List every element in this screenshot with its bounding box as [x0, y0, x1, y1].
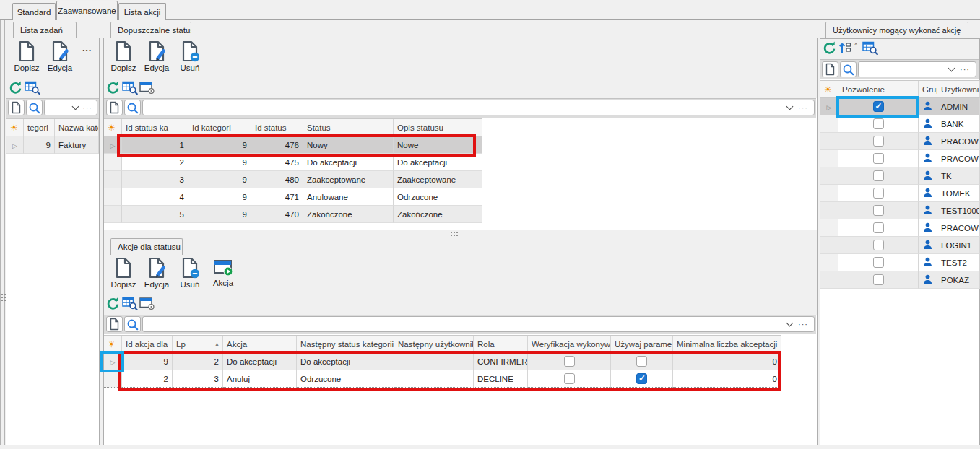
cell[interactable]: Anuluj	[223, 370, 297, 388]
cell[interactable]: Zaakceptowane	[303, 171, 394, 188]
cell[interactable]: 470	[251, 206, 303, 223]
row-indicator[interactable]	[820, 185, 838, 202]
table-row[interactable]: BANK	[820, 115, 980, 133]
filter-combobox[interactable]: ···	[142, 100, 815, 115]
cell[interactable]: 3	[122, 171, 188, 188]
combo-ellipsis-button[interactable]: ···	[960, 65, 970, 74]
row-indicator[interactable]	[104, 206, 122, 223]
checkbox[interactable]	[873, 257, 884, 268]
dopisz-button[interactable]: Dopisz	[107, 40, 140, 79]
cell-pozwolenie[interactable]	[838, 202, 919, 219]
cell[interactable]	[394, 370, 474, 388]
cell[interactable]: 9	[188, 136, 251, 154]
dopisz-button[interactable]: Dopisz	[107, 257, 140, 296]
tab-dopuszczalne-statusy[interactable]: Dopuszczalne statusy	[110, 22, 191, 38]
cell-grupa[interactable]	[919, 254, 937, 271]
filter-combobox[interactable]: ···	[44, 100, 97, 115]
chevron-down-icon[interactable]	[786, 103, 794, 110]
tab-lista-zadan[interactable]: Lista zadań	[13, 22, 77, 38]
sort-button[interactable]	[838, 41, 851, 54]
cell-nazwa-kategorii[interactable]: Faktury	[55, 136, 99, 154]
cell[interactable]: 2	[173, 353, 223, 370]
cell-pozwolenie[interactable]	[838, 219, 919, 237]
table-row[interactable]: 2 3 Anuluj Odrzucone DECLINE 0	[104, 370, 781, 388]
cell-grupa[interactable]	[919, 237, 937, 254]
table-row[interactable]: 2 9 475 Do akceptacji Do akceptacji	[104, 154, 482, 171]
column-header-nazwa[interactable]: Nazwa kateg	[55, 119, 99, 136]
cell-grupa[interactable]	[919, 167, 937, 185]
cell[interactable]: 0	[673, 353, 781, 370]
column-header[interactable]: Użytkownik	[937, 81, 980, 98]
cell-grupa[interactable]	[919, 185, 937, 202]
checkbox[interactable]	[873, 170, 884, 181]
checkbox[interactable]	[873, 136, 884, 147]
cell-pozwolenie[interactable]	[838, 115, 919, 133]
cell-uzytkownik[interactable]: POKAZ	[937, 271, 980, 289]
cell[interactable]: Do akceptacji	[394, 154, 482, 171]
cell[interactable]: 2	[122, 154, 188, 171]
cell[interactable]: 9	[122, 353, 173, 370]
customize-columns-button[interactable]: ☀	[820, 81, 838, 98]
column-header[interactable]: Używaj paramet	[611, 336, 673, 353]
cell[interactable]: 471	[251, 188, 303, 206]
usun-button[interactable]: Usuń	[173, 257, 207, 296]
filter-doc-button[interactable]	[106, 100, 123, 115]
cell-pozwolenie[interactable]	[838, 271, 919, 289]
cell[interactable]: Do akceptacji	[303, 154, 394, 171]
combo-ellipsis-button[interactable]: ···	[82, 103, 92, 112]
cell[interactable]: 9	[188, 171, 251, 188]
dopisz-button[interactable]: Dopisz	[10, 40, 43, 79]
cell-pozwolenie[interactable]	[838, 167, 919, 185]
cell-uzytkownik[interactable]: BANK	[937, 115, 980, 133]
filter-search-button[interactable]	[26, 100, 43, 115]
splitter-grip-icon[interactable]	[451, 232, 458, 236]
cell[interactable]: Odrzucone	[297, 370, 394, 388]
toolbar-overflow-button[interactable]: ···	[82, 45, 92, 56]
cell[interactable]: Nowy	[303, 136, 394, 154]
customize-columns-button[interactable]: ☀	[6, 119, 24, 136]
cell[interactable]: 2	[122, 370, 173, 388]
column-header[interactable]: Weryfikacja wykonywa	[528, 336, 611, 353]
table-row[interactable]: ▷ 9 Faktury	[6, 136, 99, 154]
tab-uzytkownicy[interactable]: Użytkownicy mogący wykonać akcję	[825, 22, 968, 38]
cell[interactable]: 480	[251, 171, 303, 188]
column-header[interactable]: Następny użytkownik	[394, 336, 474, 353]
cell[interactable]: 3	[173, 370, 223, 388]
cell[interactable]: Do akceptacji	[223, 353, 297, 370]
column-header[interactable]: Status	[303, 119, 394, 136]
cell-pozwolenie[interactable]	[838, 150, 919, 167]
cell[interactable]: 9	[188, 188, 251, 206]
chevron-down-icon[interactable]	[948, 65, 955, 72]
edycja-button[interactable]: Edycja	[43, 40, 77, 79]
cell[interactable]: 4	[122, 188, 188, 206]
row-indicator[interactable]	[820, 219, 838, 237]
cell-weryfikacja[interactable]	[528, 353, 611, 370]
cell[interactable]: 0	[673, 370, 781, 388]
table-row[interactable]: PRACOWNIK1	[820, 133, 980, 150]
checkbox[interactable]	[873, 188, 884, 199]
table-row[interactable]: ▷ ADMIN	[820, 98, 980, 115]
window-visibility-button[interactable]	[139, 297, 155, 310]
akcja-button[interactable]: Akcja	[206, 257, 240, 296]
row-indicator[interactable]	[820, 115, 838, 133]
row-indicator[interactable]	[820, 202, 838, 219]
cell[interactable]: Do akceptacji	[297, 353, 394, 370]
cell[interactable]: Zaakceptowane	[394, 171, 482, 188]
cell-uzywaj-parametrow[interactable]	[611, 353, 673, 370]
table-search-button[interactable]	[122, 296, 138, 310]
cell-grupa[interactable]	[919, 150, 937, 167]
column-header[interactable]: Id status	[251, 119, 303, 136]
column-header[interactable]: Id akcja dla	[122, 336, 173, 353]
cell-grupa[interactable]	[919, 98, 937, 115]
cell-pozwolenie[interactable]	[838, 254, 919, 271]
checkbox[interactable]	[873, 153, 884, 164]
edycja-button[interactable]: Edycja	[140, 40, 173, 79]
customize-columns-button[interactable]: ☀	[104, 119, 122, 136]
cell[interactable]: 476	[251, 136, 303, 154]
cell[interactable]: 475	[251, 154, 303, 171]
checkbox[interactable]	[873, 240, 884, 250]
filter-doc-button[interactable]	[822, 61, 838, 77]
cell-uzytkownik[interactable]: TOMEK	[937, 185, 980, 202]
cell-grupa[interactable]	[919, 271, 937, 289]
column-header[interactable]: Rola	[474, 336, 528, 353]
